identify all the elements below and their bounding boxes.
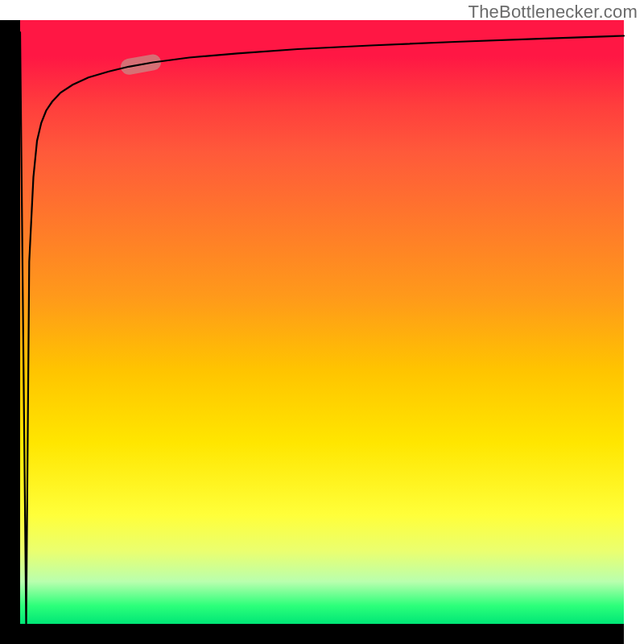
x-axis-bar — [20, 624, 624, 644]
y-axis-bar — [0, 20, 20, 624]
bottleneck-curve — [20, 32, 624, 624]
chart-canvas: TheBottlenecker.com — [0, 0, 644, 644]
curve-layer — [20, 20, 624, 624]
axis-origin-corner — [0, 624, 20, 644]
plot-area — [20, 20, 624, 624]
